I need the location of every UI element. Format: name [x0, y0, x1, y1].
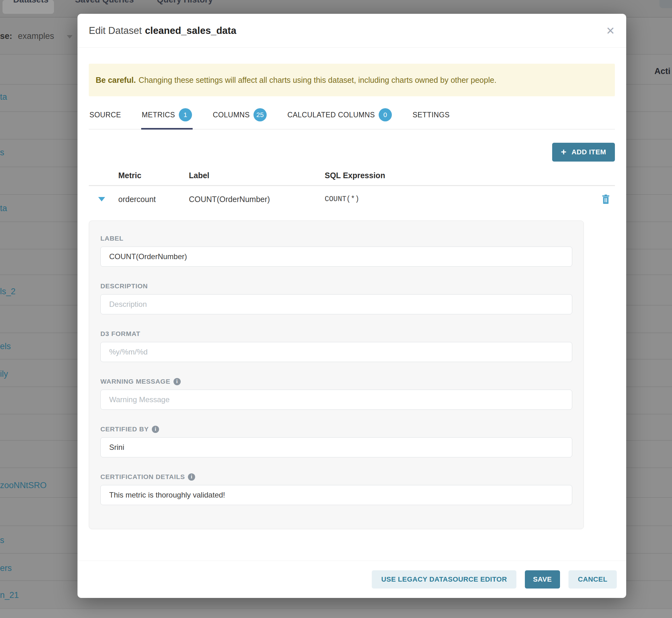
field-group-description: DESCRIPTION — [100, 282, 572, 314]
dataset-link-fragment[interactable]: s — [0, 535, 4, 545]
dataset-name: cleaned_sales_data — [145, 25, 236, 36]
field-label-text: CERTIFIED BY — [100, 425, 149, 433]
trash-icon — [601, 194, 610, 204]
database-filter-label: se: — [0, 31, 12, 41]
field-label: CERTIFICATION DETAILS i — [100, 473, 572, 481]
chevron-down-icon[interactable] — [67, 35, 73, 38]
modal-footer: USE LEGACY DATASOURCE EDITOR SAVE CANCEL — [78, 560, 626, 598]
tab-settings[interactable]: SETTINGS — [412, 108, 450, 129]
tab-saved-queries[interactable]: Saved Queries — [75, 0, 134, 5]
metric-detail-panel: LABEL DESCRIPTION D3 FORMAT WARNING MESS… — [89, 220, 584, 529]
tab-query-history[interactable]: Query History — [157, 0, 213, 5]
dataset-link-fragment[interactable]: s — [0, 148, 4, 158]
actions-column-header: Acti — [654, 67, 670, 76]
close-icon[interactable]: ✕ — [606, 25, 615, 36]
add-item-button[interactable]: + ADD ITEM — [552, 143, 615, 162]
table-footer-band — [0, 609, 672, 618]
field-label: CERTIFIED BY i — [100, 425, 572, 433]
modal-body: Be careful. Changing these settings will… — [78, 64, 626, 529]
field-group-warning-message: WARNING MESSAGE i — [100, 378, 572, 410]
use-legacy-datasource-editor-button[interactable]: USE LEGACY DATASOURCE EDITOR — [372, 570, 516, 589]
plus-icon: + — [561, 146, 567, 157]
metrics-count-badge: 1 — [179, 108, 192, 121]
dataset-link-fragment[interactable]: n_21 — [0, 590, 19, 600]
tab-calculated-columns-label: CALCULATED COLUMNS — [287, 111, 375, 119]
metric-name: ordercount — [118, 195, 189, 204]
dataset-link-fragment[interactable]: ta — [0, 204, 7, 213]
certified-by-input[interactable] — [100, 437, 572, 457]
tab-metrics-label: METRICS — [142, 111, 175, 119]
certification-details-input[interactable] — [100, 485, 572, 505]
col-header-metric: Metric — [118, 171, 189, 180]
save-button[interactable]: SAVE — [525, 570, 560, 589]
label-input[interactable] — [100, 246, 572, 267]
info-icon: i — [188, 474, 195, 481]
field-label: WARNING MESSAGE i — [100, 378, 572, 385]
dataset-link-fragment[interactable]: els — [0, 342, 11, 351]
metric-label: COUNT(OrderNumber) — [189, 195, 325, 204]
tab-metrics[interactable]: METRICS 1 — [141, 108, 193, 129]
warning-message-input[interactable] — [100, 390, 572, 410]
field-label: D3 FORMAT — [100, 330, 572, 337]
modal-title-prefix: Edit Dataset — [89, 25, 142, 36]
add-item-label: ADD ITEM — [572, 148, 606, 156]
warning-banner: Be careful. Changing these settings will… — [89, 64, 615, 96]
field-group-certification-details: CERTIFICATION DETAILS i — [100, 473, 572, 505]
info-icon: i — [152, 426, 159, 433]
d3-format-input[interactable] — [100, 342, 572, 362]
dataset-link-fragment[interactable]: ta — [0, 92, 7, 102]
tab-columns[interactable]: COLUMNS 25 — [212, 108, 267, 129]
field-label-text: WARNING MESSAGE — [100, 378, 170, 385]
warning-banner-bold: Be careful. — [96, 76, 136, 85]
field-group-d3-format: D3 FORMAT — [100, 330, 572, 362]
tab-datasets-label[interactable]: Datasets — [13, 0, 49, 5]
field-label-text: LABEL — [100, 235, 124, 242]
field-group-label: LABEL — [100, 235, 572, 267]
modal-title: Edit Datasetcleaned_sales_data — [89, 25, 236, 36]
tab-source-label: SOURCE — [89, 111, 121, 119]
field-label-text: D3 FORMAT — [100, 330, 140, 337]
columns-count-badge: 25 — [254, 108, 267, 121]
tab-source[interactable]: SOURCE — [89, 108, 122, 129]
field-label: DESCRIPTION — [100, 282, 572, 290]
database-filter-value[interactable]: examples — [18, 31, 54, 41]
metric-row: ordercount COUNT(OrderNumber) COUNT(*) — [89, 186, 615, 204]
tab-settings-label: SETTINGS — [412, 111, 450, 119]
warning-banner-text: Changing these settings will affect all … — [139, 76, 497, 85]
description-input[interactable] — [100, 294, 572, 314]
tab-calculated-columns[interactable]: CALCULATED COLUMNS 0 — [287, 108, 392, 129]
modal-header: Edit Datasetcleaned_sales_data ✕ — [78, 14, 626, 48]
field-group-certified-by: CERTIFIED BY i — [100, 425, 572, 457]
col-header-sql: SQL Expression — [325, 171, 590, 180]
field-label-text: CERTIFICATION DETAILS — [100, 473, 185, 481]
metrics-table-header: Metric Label SQL Expression — [89, 171, 615, 180]
calculated-columns-count-badge: 0 — [379, 108, 392, 121]
editor-tabs: SOURCE METRICS 1 COLUMNS 25 CALCULATED C… — [89, 108, 615, 129]
dataset-link-fragment[interactable]: ers — [0, 563, 12, 573]
col-header-label: Label — [189, 171, 325, 180]
edit-dataset-modal: Edit Datasetcleaned_sales_data ✕ Be care… — [78, 14, 626, 598]
field-label-text: DESCRIPTION — [100, 282, 148, 290]
collapse-caret-icon[interactable] — [98, 197, 105, 201]
metric-sql-expression: COUNT(*) — [325, 195, 590, 203]
cancel-button[interactable]: CANCEL — [568, 570, 617, 589]
corner-button-fragment[interactable] — [659, 0, 672, 8]
add-item-row: + ADD ITEM — [89, 143, 615, 162]
dataset-link-fragment[interactable]: zooNNtSRO — [0, 481, 47, 490]
dataset-link-fragment[interactable]: ily — [0, 369, 8, 379]
field-label: LABEL — [100, 235, 572, 242]
dataset-link-fragment[interactable]: ls_2 — [0, 287, 16, 296]
tab-columns-label: COLUMNS — [213, 111, 250, 119]
info-icon: i — [174, 378, 181, 385]
delete-metric-button[interactable] — [601, 194, 610, 204]
